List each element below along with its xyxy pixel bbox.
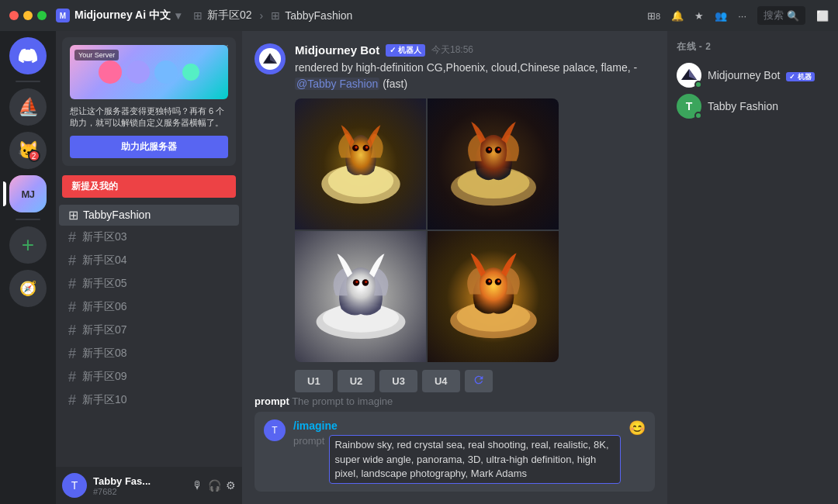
boost-server-button[interactable]: 助力此服务器 (70, 136, 228, 158)
bottom-input-area: prompt The prompt to imagine T /imagine … (242, 395, 667, 504)
channel-hash-icon: # (68, 346, 76, 362)
footer-actions: 🎙 🎧 ⚙ (192, 479, 236, 492)
input-command: /imagine (293, 419, 621, 432)
channel-item-3[interactable]: # 新手区04 (59, 250, 239, 272)
input-field-label: prompt (293, 435, 324, 447)
svg-point-12 (497, 147, 500, 150)
dragon-image-grid (295, 98, 559, 362)
main-layout: ⛵ 🐱 2 MJ + 🧭 ✕ Your Server (0, 31, 838, 504)
minimize-button[interactable] (23, 11, 33, 20)
close-button[interactable] (9, 11, 19, 20)
server-icon-small: M (56, 9, 70, 22)
server-divider-2 (16, 219, 40, 220)
server-name[interactable]: M Midjourney Ai 中文 ▾ (56, 9, 181, 22)
bot-avatar (255, 43, 286, 74)
footer-username: Tabby Fas... (93, 475, 186, 487)
online-dot-2 (694, 112, 702, 119)
headphones-icon[interactable]: 🎧 (208, 479, 221, 492)
image-cell-3 (295, 231, 426, 362)
message: Midjourney Bot ✓ 机器人 今天18:56 rendered by… (255, 43, 655, 395)
u2-button[interactable]: U2 (338, 370, 376, 392)
input-field-value[interactable]: Rainbow sky, red crystal sea, real shoot… (329, 435, 621, 484)
main-content: Midjourney Bot ✓ 机器人 今天18:56 rendered by… (242, 31, 667, 504)
message-author: Midjourney Bot (295, 43, 379, 57)
server-icon-boat[interactable]: ⛵ (9, 88, 47, 126)
online-item-tabby-fashion[interactable]: T Tabby Fashion (677, 91, 829, 122)
channel-hash-icon: # (68, 392, 76, 409)
footer-user-info: Tabby Fas... #7682 (93, 475, 186, 496)
promo-desc: 想让这个服务器变得更独特吗？再有 6 个助力，就可以解锁自定义服务器横幅了。 (70, 105, 228, 129)
channel-item-4[interactable]: # 新手区05 (59, 273, 239, 295)
channel-item-9[interactable]: # 新手区10 (59, 389, 239, 412)
traffic-lights (9, 11, 47, 20)
channel-item-2[interactable]: # 新手区03 (59, 226, 239, 249)
online-item-midjourney-bot[interactable]: Midjourney Bot ✓ 机器 (677, 60, 829, 91)
tabby-fashion-name: Tabby Fashion (708, 100, 778, 112)
u1-button[interactable]: U1 (295, 370, 333, 392)
explore-button[interactable]: 🧭 (9, 270, 47, 307)
titlebar: M Midjourney Ai 中文 ▾ ⊞ 新手区02 › ⊞ TabbyFa… (0, 0, 838, 31)
channel-hash-icon: # (68, 323, 76, 339)
channel-hash-icon: ⊞ (68, 208, 78, 223)
notifications-icon[interactable]: 🔔 (671, 10, 684, 22)
promo-box: ✕ Your Server 想让这个服务器变得更独特吗？再有 6 个助力，就可以… (62, 37, 236, 166)
channel-list: ⊞ TabbyFashion # 新手区03 # 新手区04 # 新手区05 #… (56, 201, 242, 467)
svg-point-23 (488, 280, 490, 282)
input-field-row: prompt Rainbow sky, red crystal sea, rea… (293, 435, 621, 484)
online-header: 在线 - 2 (677, 40, 829, 54)
bot-badge: ✓ 机器人 (386, 44, 425, 57)
channel-item-5[interactable]: # 新手区06 (59, 296, 239, 319)
add-server-button[interactable]: + (9, 226, 47, 264)
footer-tag: #7682 (93, 487, 186, 496)
titlebar-channel: ⊞ 新手区02 › ⊞ TabbyFashion (193, 9, 352, 22)
channel-item-8[interactable]: # 新手区09 (59, 366, 239, 388)
message-mention: @Tabby Fashion (295, 78, 379, 90)
promo-banner: Your Server (70, 45, 228, 99)
svg-point-17 (355, 280, 358, 282)
server-icon-midjourney[interactable]: MJ (9, 175, 47, 212)
u3-button[interactable]: U3 (379, 370, 417, 392)
message-header: Midjourney Bot ✓ 机器人 今天18:56 (295, 43, 655, 57)
refresh-button[interactable] (465, 370, 493, 392)
channel-hash-icon: # (68, 276, 76, 292)
u4-button[interactable]: U4 (422, 370, 460, 392)
channel-item-7[interactable]: # 新手区08 (59, 343, 239, 365)
server-list: ⛵ 🐱 2 MJ + 🧭 (0, 31, 56, 504)
image-cell-4 (428, 231, 559, 362)
prompt-hint: prompt The prompt to imagine (255, 395, 655, 407)
channel-hash-icon: # (68, 253, 76, 269)
mic-icon[interactable]: 🎙 (192, 479, 203, 492)
server-icon-discord[interactable] (9, 37, 47, 74)
message-text: rendered by high-definition CG,Phoenix, … (295, 60, 655, 92)
action-buttons: U1 U2 U3 U4 (295, 370, 655, 392)
channel-item-6[interactable]: # 新手区07 (59, 319, 239, 342)
favorites-icon[interactable]: ★ (694, 10, 704, 22)
sidebar-footer: T Tabby Fas... #7682 🎙 🎧 ⚙ (56, 467, 242, 504)
maximize-button[interactable] (37, 11, 47, 20)
svg-point-5 (355, 146, 357, 148)
user-avatar: T (62, 473, 87, 498)
emoji-button[interactable]: 😊 (628, 419, 646, 437)
midjourney-bot-name: Midjourney Bot ✓ 机器 (708, 69, 815, 82)
svg-point-6 (365, 146, 367, 148)
search-bar[interactable]: 搜索 🔍 (757, 6, 805, 25)
channel-hash-icon: # (68, 369, 76, 385)
input-fields: prompt Rainbow sky, red crystal sea, rea… (293, 435, 621, 484)
search-icon: 🔍 (787, 10, 799, 22)
svg-point-11 (488, 147, 490, 150)
channel-item-tabbyfashion[interactable]: ⊞ TabbyFashion (59, 205, 239, 226)
message-body: Midjourney Bot ✓ 机器人 今天18:56 rendered by… (295, 43, 655, 395)
inbox-icon[interactable]: ⬜ (816, 10, 829, 22)
settings-icon[interactable]: ⚙ (226, 479, 236, 492)
message-time: 今天18:56 (431, 43, 473, 57)
svg-point-24 (497, 280, 500, 282)
members-icon[interactable]: 👥 (715, 10, 727, 22)
image-cell-2 (428, 98, 559, 230)
server-divider (16, 81, 40, 82)
svg-point-18 (365, 280, 367, 282)
mention-button[interactable]: 新提及我的 (62, 175, 236, 198)
input-container: T /imagine prompt Rainbow sky, red cryst… (255, 412, 655, 492)
more-icon[interactable]: ··· (738, 10, 746, 22)
server-icon-cat[interactable]: 🐱 2 (9, 132, 47, 169)
titlebar-actions: ⊞8 🔔 ★ 👥 ··· 搜索 🔍 ⬜ (647, 6, 829, 25)
